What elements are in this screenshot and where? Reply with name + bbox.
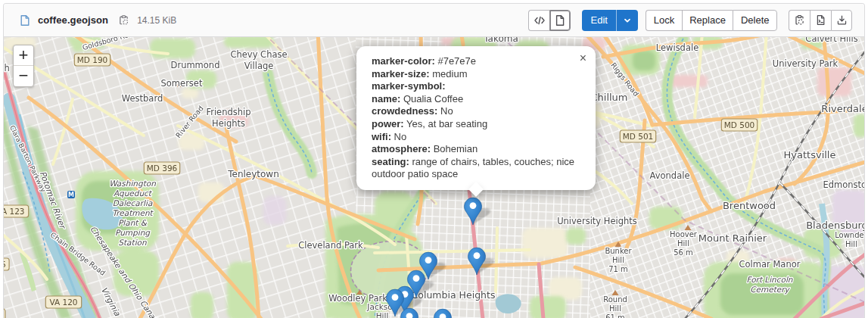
- road-shield: 29: [4, 309, 5, 318]
- svg-text:MD 190: MD 190: [77, 55, 108, 64]
- popup-property: atmosphere: Bohemian: [372, 143, 579, 156]
- popup-property: crowdedness: No: [372, 105, 579, 118]
- chevron-down-icon: [623, 16, 632, 25]
- road-shield: MD 396: [144, 162, 179, 174]
- map-label: Heights: [212, 118, 245, 129]
- road-shield: VA 123: [4, 205, 29, 217]
- map-label: Hyattsville: [784, 149, 836, 161]
- view-toggle-group: [528, 10, 571, 31]
- map-label: Plant &: [118, 218, 148, 227]
- file-action-group: Lock Replace Delete: [646, 10, 777, 31]
- svg-text:MD 500: MD 500: [724, 120, 755, 129]
- file-icon: [19, 14, 31, 26]
- file-name: coffee.geojson: [38, 14, 108, 26]
- zoom-in-button[interactable]: +: [14, 45, 33, 66]
- map-label: Village: [244, 61, 274, 71]
- map-label: Pumping: [115, 228, 151, 238]
- road-shield: MD 500: [721, 119, 757, 131]
- map-label: Chillum: [590, 92, 627, 103]
- copy-file-contents-button[interactable]: [789, 10, 810, 31]
- map-label: Round: [603, 295, 627, 304]
- map-label: Chevy Chase: [230, 49, 287, 60]
- map-label: Dalecarlia: [113, 198, 153, 207]
- file-info: coffee.geojson 14.15 KiB: [19, 14, 176, 26]
- popup-property: name: Qualia Coffee: [372, 93, 579, 106]
- map-label: Avondale: [650, 170, 690, 181]
- edit-split-button: Edit: [582, 10, 638, 31]
- road-shield: VA 120: [45, 296, 81, 308]
- map-label: Riverdale: [821, 103, 864, 114]
- map-label: University Park: [773, 58, 838, 69]
- map-label: Hill: [845, 240, 857, 248]
- zoom-out-button[interactable]: −: [14, 66, 33, 86]
- geojson-map[interactable]: M TakomaLewisdaleCalvert HillsUniversity…: [4, 37, 864, 318]
- map-label: Cemetery: [750, 285, 790, 295]
- map-label: Fort Lincoln: [746, 275, 792, 284]
- marker-popup: × marker-color: #7e7e7emarker-size: medi…: [356, 46, 596, 195]
- map-label: University Heights: [557, 216, 637, 226]
- svg-text:M: M: [68, 192, 74, 198]
- map-label: Station: [118, 238, 147, 247]
- map-label: Hill: [677, 239, 689, 248]
- map-label: Lowndes: [835, 231, 864, 239]
- map-label: Hill: [609, 304, 621, 313]
- file-actions: Edit Lock Replace Delete: [528, 10, 852, 31]
- metro-station-icon: M: [67, 191, 75, 198]
- map-label: Edmonston: [823, 179, 864, 190]
- replace-button[interactable]: Replace: [682, 10, 733, 31]
- map-label: 61 m: [605, 313, 625, 318]
- map-label: Brentwood: [723, 200, 776, 211]
- map-label: Aqueduct: [114, 189, 153, 198]
- raw-action-group: [789, 10, 852, 31]
- popup-property: power: Yes, at bar seating: [372, 118, 579, 131]
- popup-property: seating: range of chairs, tables, couche…: [372, 156, 579, 181]
- edit-dropdown-toggle[interactable]: [616, 10, 638, 31]
- display-rendered-button[interactable]: [549, 10, 571, 31]
- popup-close-button[interactable]: ×: [577, 50, 590, 67]
- map-label: 71 m: [608, 265, 628, 273]
- map-label: Colmar Manor: [739, 259, 801, 270]
- map-zoom-control: + −: [13, 45, 34, 87]
- road-shield: MD 501: [620, 130, 655, 142]
- popup-property: wifi: No: [372, 131, 579, 144]
- map-label: Takoma: [483, 37, 518, 44]
- file-viewer: coffee.geojson 14.15 KiB: [3, 3, 865, 318]
- map-label: Hill: [612, 256, 624, 264]
- svg-text:VA 123: VA 123: [4, 207, 25, 216]
- map-label: Drummond: [171, 60, 220, 70]
- map-label: Somerset: [161, 78, 203, 89]
- map-label: Friendship: [206, 107, 250, 117]
- map-label: ch: [4, 63, 10, 73]
- edit-button[interactable]: Edit: [582, 10, 616, 31]
- map-label: Hill: [376, 311, 389, 318]
- map-label: Bladensburg: [806, 220, 864, 231]
- map-label: Calvert Hills: [805, 37, 857, 44]
- lock-button[interactable]: Lock: [646, 10, 681, 31]
- open-raw-button[interactable]: [810, 10, 831, 31]
- map-label: 56 m: [674, 248, 693, 257]
- map-label: Cleveland Park: [298, 240, 363, 251]
- popup-content: marker-color: #7e7e7emarker-size: medium…: [372, 55, 579, 181]
- copy-file-path-button[interactable]: [118, 14, 129, 26]
- delete-button[interactable]: Delete: [733, 10, 777, 31]
- file-size: 14.15 KiB: [137, 15, 176, 26]
- road-shield: MD 190: [74, 54, 110, 66]
- map-label: Washington: [109, 179, 156, 189]
- svg-text:MD 396: MD 396: [147, 164, 178, 173]
- road-shield: 495: [4, 258, 9, 270]
- popup-property: marker-color: #7e7e7e: [372, 55, 579, 68]
- map-label: Mount Rainier: [698, 232, 767, 244]
- map-label: Tenleytown: [227, 169, 279, 179]
- map-label: Lewisdale: [656, 42, 699, 53]
- svg-text:VA 120: VA 120: [49, 298, 77, 307]
- display-source-button[interactable]: [528, 10, 549, 31]
- file-header: coffee.geojson 14.15 KiB: [4, 4, 864, 37]
- map-label: Treatment: [112, 208, 154, 217]
- map-label: Westbard: [122, 93, 163, 104]
- map-label: Hoover: [670, 230, 698, 238]
- popup-property: marker-size: medium: [372, 68, 579, 81]
- download-button[interactable]: [831, 10, 852, 31]
- svg-text:495: 495: [4, 260, 6, 269]
- map-label: Bunker: [605, 247, 632, 255]
- popup-property: marker-symbol:: [372, 80, 579, 93]
